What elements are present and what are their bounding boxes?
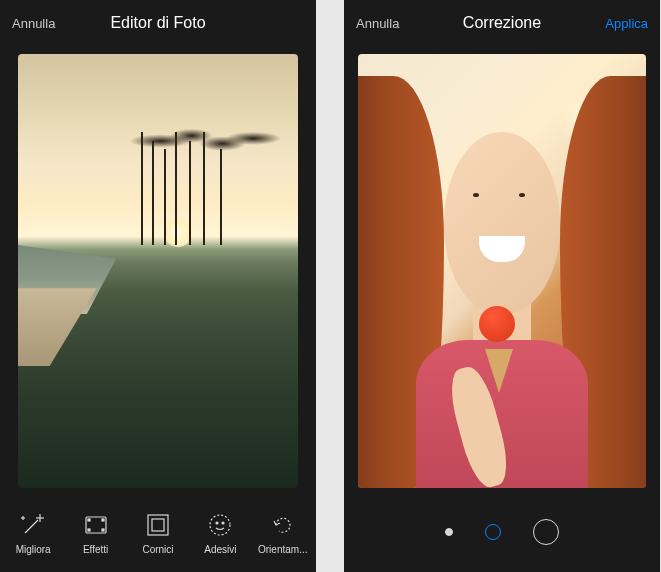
svg-rect-9 (102, 529, 104, 531)
orientation-icon (270, 512, 296, 538)
correction-screen: Annulla Correzione Applica (344, 0, 660, 572)
intensity-small[interactable] (445, 528, 453, 536)
cancel-button[interactable]: Annulla (356, 16, 429, 31)
frames-icon (145, 512, 171, 538)
effects-tool[interactable]: Effetti (66, 512, 126, 555)
stickers-icon (207, 512, 233, 538)
svg-point-13 (216, 522, 218, 524)
svg-line-0 (25, 520, 38, 533)
svg-rect-7 (88, 529, 90, 531)
photo-canvas[interactable] (358, 54, 646, 488)
svg-rect-11 (152, 519, 164, 531)
cancel-button[interactable]: Annulla (12, 16, 85, 31)
photo-canvas[interactable] (18, 54, 298, 488)
tool-label: Migliora (16, 544, 51, 555)
enhance-tool[interactable]: Migliora (3, 512, 63, 555)
apply-button[interactable]: Applica (575, 16, 648, 31)
screen-title: Correzione (429, 14, 575, 32)
svg-point-12 (210, 515, 230, 535)
wand-icon (20, 512, 46, 538)
tool-label: Cornici (142, 544, 173, 555)
orientation-tool[interactable]: Orientam... (253, 512, 313, 555)
frames-tool[interactable]: Cornici (128, 512, 188, 555)
effects-icon (83, 512, 109, 538)
stickers-tool[interactable]: Adesivi (190, 512, 250, 555)
intensity-large[interactable] (533, 519, 559, 545)
beach-photo (18, 54, 298, 488)
tool-label: Adesivi (204, 544, 236, 555)
intensity-medium[interactable] (485, 524, 501, 540)
svg-rect-6 (88, 519, 90, 521)
portrait-photo (358, 54, 646, 488)
photo-editor-screen: Annulla Editor di Foto (0, 0, 316, 572)
svg-rect-8 (102, 519, 104, 521)
tool-label: Orientam... (258, 544, 307, 555)
svg-rect-10 (148, 515, 168, 535)
screen-title: Editor di Foto (85, 14, 231, 32)
header-bar: Annulla Editor di Foto (0, 0, 316, 46)
tool-label: Effetti (83, 544, 108, 555)
intensity-selector (344, 500, 660, 572)
tools-toolbar: Migliora Effetti Cornici (0, 500, 316, 572)
header-bar: Annulla Correzione Applica (344, 0, 660, 46)
svg-point-14 (222, 522, 224, 524)
